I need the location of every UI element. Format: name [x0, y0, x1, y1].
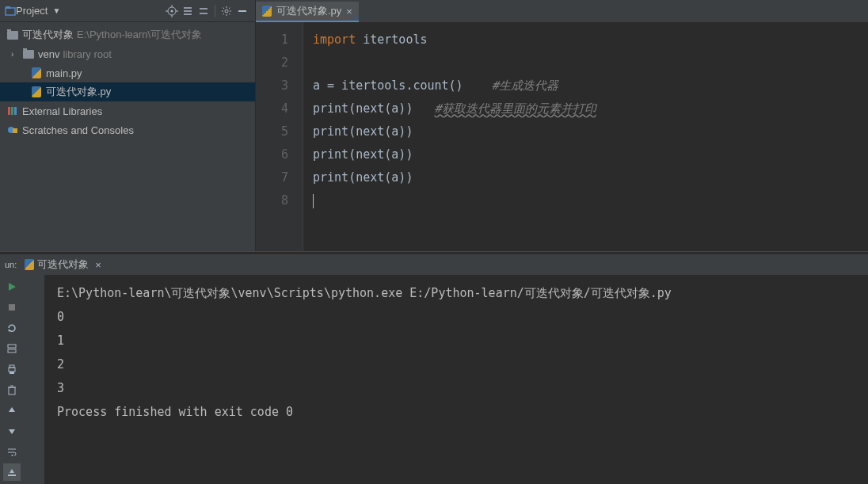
folder-icon	[6, 29, 19, 41]
console-line: 0	[57, 305, 855, 329]
python-file-icon	[30, 86, 43, 98]
code-area[interactable]: 1 2 3 4 5 6 7 8 import itertools a = ite…	[256, 22, 868, 251]
venv-name: venv	[38, 48, 59, 60]
run-panel: un: 可迭代对象 × E:\Python-learn\可迭代对象\venv\S…	[0, 254, 868, 484]
expand-icon[interactable]	[180, 3, 196, 19]
python-file-icon	[25, 259, 34, 270]
run-tab[interactable]: 可迭代对象 ×	[21, 256, 105, 273]
source[interactable]: import itertools a = itertools.count() #…	[303, 22, 606, 251]
console-line: 2	[57, 353, 855, 376]
svg-marker-20	[9, 283, 16, 291]
svg-rect-27	[10, 372, 14, 374]
svg-rect-16	[11, 107, 13, 115]
svg-rect-26	[10, 365, 14, 368]
line-num: 2	[256, 51, 288, 74]
close-icon[interactable]: ×	[346, 6, 352, 17]
svg-marker-35	[10, 469, 14, 473]
code-line: print(next(a))	[313, 124, 413, 139]
svg-rect-0	[6, 8, 15, 15]
run-label: un:	[5, 260, 17, 269]
run-tab-label: 可迭代对象	[37, 257, 89, 272]
print-button[interactable]	[3, 360, 21, 378]
minimize-icon[interactable]	[234, 3, 250, 19]
line-num: 1	[256, 29, 288, 51]
id: itertools	[363, 32, 427, 47]
up-button[interactable]	[3, 402, 21, 419]
down-button[interactable]	[3, 422, 21, 440]
svg-marker-32	[9, 429, 15, 434]
line-num: 8	[256, 189, 288, 212]
console-line: Process finished with exit code 0	[57, 400, 855, 424]
editor-tabbar: 可迭代对象.py ×	[256, 0, 868, 22]
libraries-icon	[6, 105, 19, 117]
svg-point-13	[225, 10, 228, 13]
line-gutter: 1 2 3 4 5 6 7 8	[256, 22, 303, 251]
tree-external-libs[interactable]: External Libraries	[0, 101, 255, 120]
trash-button[interactable]	[3, 381, 21, 398]
caret	[313, 194, 314, 208]
stop-button[interactable]	[3, 299, 21, 316]
svg-rect-15	[8, 107, 10, 115]
root-name: 可迭代对象	[22, 28, 74, 42]
locate-icon[interactable]	[164, 3, 180, 19]
svg-rect-1	[6, 6, 10, 9]
project-header: Project ▼	[0, 0, 255, 22]
layout-button[interactable]	[3, 340, 21, 357]
line-num: 4	[256, 97, 288, 120]
run-toolbar	[0, 275, 44, 484]
scroll-button[interactable]	[3, 463, 21, 481]
svg-rect-21	[9, 304, 15, 311]
rerun-button[interactable]	[3, 278, 21, 295]
scratches-icon	[6, 124, 19, 136]
tree-file-selected[interactable]: 可迭代对象.py	[0, 82, 255, 101]
tree-root[interactable]: 可迭代对象 E:\Python-learn\可迭代对象	[0, 25, 255, 44]
line-num: 7	[256, 166, 288, 189]
svg-rect-25	[9, 368, 15, 372]
comment: #生成迭代器	[492, 78, 558, 93]
chevron-right-icon[interactable]: ›	[11, 50, 22, 59]
file-label: 可迭代对象.py	[46, 85, 111, 99]
venv-tag: library root	[63, 48, 111, 60]
project-title[interactable]: Project	[16, 5, 48, 17]
svg-rect-24	[8, 349, 16, 353]
line-num: 6	[256, 143, 288, 166]
scratches-label: Scratches and Consoles	[22, 124, 134, 136]
console-line: 3	[57, 376, 855, 400]
project-sidebar: Project ▼ 可迭代对象 E:\Python-learn\可迭代对象 › …	[0, 0, 256, 251]
restart-button[interactable]	[3, 319, 21, 337]
python-file-icon	[262, 6, 272, 17]
code-line: a = itertools.count()	[313, 78, 463, 93]
tree-scratches[interactable]: Scratches and Consoles	[0, 120, 255, 139]
editor-pane: 可迭代对象.py × 1 2 3 4 5 6 7 8 import iterto…	[256, 0, 868, 251]
tree-venv[interactable]: › venv library root	[0, 44, 255, 63]
ext-lib-label: External Libraries	[22, 105, 102, 117]
wrap-button[interactable]	[3, 443, 21, 460]
file-label: main.py	[46, 67, 82, 79]
console-output[interactable]: E:\Python-learn\可迭代对象\venv\Scripts\pytho…	[44, 275, 868, 484]
editor-tab[interactable]: 可迭代对象.py ×	[256, 2, 359, 22]
svg-rect-19	[13, 128, 17, 133]
svg-rect-28	[9, 387, 15, 394]
tab-label: 可迭代对象.py	[276, 4, 341, 18]
python-file-icon	[30, 67, 43, 79]
run-header: un: 可迭代对象 ×	[0, 254, 868, 275]
kw: import	[313, 32, 356, 47]
project-tree: 可迭代对象 E:\Python-learn\可迭代对象 › venv libra…	[0, 22, 255, 139]
svg-marker-33	[11, 455, 13, 456]
code-line: print(next(a))	[313, 170, 413, 185]
project-icon	[5, 6, 16, 17]
dropdown-icon[interactable]: ▼	[52, 6, 60, 15]
close-icon[interactable]: ×	[95, 259, 101, 271]
code-line: print(next(a))	[313, 101, 413, 116]
line-num: 5	[256, 120, 288, 143]
tree-file[interactable]: main.py	[0, 63, 255, 82]
svg-rect-23	[8, 345, 16, 348]
collapse-icon[interactable]	[196, 3, 211, 19]
svg-marker-31	[9, 407, 15, 412]
svg-rect-17	[14, 107, 17, 115]
console-line: 1	[57, 329, 855, 353]
gear-icon[interactable]	[219, 3, 234, 19]
folder-icon	[22, 48, 35, 60]
svg-point-3	[171, 10, 173, 12]
console-line: E:\Python-learn\可迭代对象\venv\Scripts\pytho…	[57, 281, 855, 305]
